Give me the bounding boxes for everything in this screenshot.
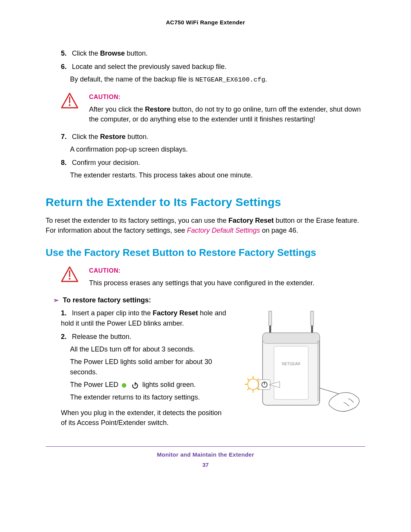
caution-block: CAUTION: This process erases any setting… xyxy=(61,266,365,288)
warning-triangle-icon xyxy=(61,93,78,109)
step-7: 7. Click the Restore button. A confirmat… xyxy=(61,132,365,155)
intro-paragraph: To reset the extender to its factory set… xyxy=(46,216,365,235)
procedure-heading: ➢ To restore factory settings: xyxy=(53,296,365,304)
power-icon xyxy=(131,382,139,389)
procedure-arrow-icon: ➢ xyxy=(53,297,59,304)
procedure-body: 1. Insert a paper clip into the Factory … xyxy=(46,308,365,431)
step-5: 5. Click the Browse button. xyxy=(61,48,365,59)
led-green-dot-icon xyxy=(122,383,126,388)
extender-device-illustration: NETGEAR xyxy=(236,308,365,422)
step-number: 2. xyxy=(61,332,70,342)
svg-line-25 xyxy=(247,388,249,390)
svg-line-23 xyxy=(247,379,249,380)
caution-text: This process erases any settings that yo… xyxy=(89,278,365,288)
svg-point-18 xyxy=(248,379,258,390)
svg-text:NETGEAR: NETGEAR xyxy=(282,362,300,366)
svg-rect-9 xyxy=(269,311,272,326)
header-title: AC750 WiFi Range Extender xyxy=(46,19,365,26)
step-number: 8. xyxy=(61,158,70,168)
footer-divider xyxy=(46,446,365,447)
cross-reference-link[interactable]: Factory Default Settings xyxy=(187,227,260,234)
svg-rect-13 xyxy=(263,333,320,343)
subsection-heading: Use the Factory Reset Button to Restore … xyxy=(46,247,365,259)
document-page: AC750 WiFi Range Extender 5. Click the B… xyxy=(0,0,411,483)
proc-step-2: 2. Release the button. All the LEDs turn… xyxy=(61,332,228,403)
caution-block: CAUTION: After you click the Restore but… xyxy=(61,93,365,124)
step-6: 6. Locate and select the previously save… xyxy=(61,62,365,85)
svg-point-2 xyxy=(69,104,70,105)
footer-page-number: 37 xyxy=(46,462,365,468)
section-heading: Return the Extender to Its Factory Setti… xyxy=(46,196,365,209)
step-list-b: 7. Click the Restore button. A confirmat… xyxy=(61,132,365,181)
footer-section-title: Monitor and Maintain the Extender xyxy=(46,451,365,458)
svg-point-5 xyxy=(69,278,70,280)
proc-step-1: 1. Insert a paper clip into the Factory … xyxy=(61,308,228,329)
caution-label: CAUTION: xyxy=(89,266,365,275)
svg-line-31 xyxy=(320,388,339,394)
step-number: 5. xyxy=(61,48,70,59)
step-8: 8. Confirm your decision. The extender r… xyxy=(61,158,365,181)
caution-label: CAUTION: xyxy=(89,93,365,101)
procedure-step-list: 1. Insert a paper clip into the Factory … xyxy=(61,308,228,403)
step-number: 7. xyxy=(61,132,70,142)
svg-line-26 xyxy=(257,388,259,390)
step-number: 6. xyxy=(61,62,70,72)
svg-rect-11 xyxy=(311,311,314,326)
step-list-a: 5. Click the Browse button. 6. Locate an… xyxy=(61,48,365,85)
code-filename: NETGEAR_EX6100.cfg xyxy=(195,76,265,83)
svg-rect-14 xyxy=(274,346,308,399)
svg-line-24 xyxy=(257,379,259,380)
caution-text: After you click the Restore button, do n… xyxy=(89,104,365,124)
warning-triangle-icon xyxy=(61,266,78,282)
step-number: 1. xyxy=(61,308,70,318)
closing-paragraph: When you plug in the extender, it detect… xyxy=(61,408,228,428)
